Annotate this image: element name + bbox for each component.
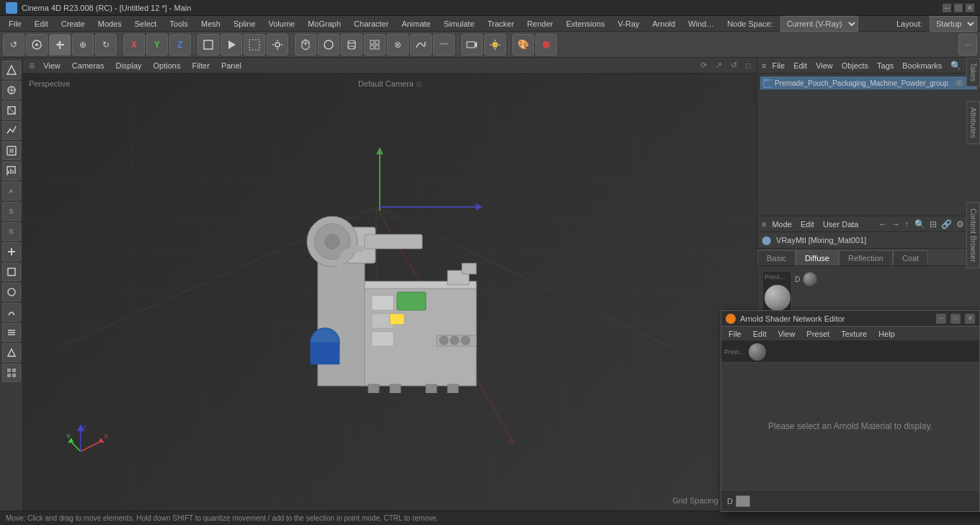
attr-search-icon[interactable]: 🔍 bbox=[914, 219, 925, 229]
attributes-tab[interactable]: Attributes bbox=[966, 101, 980, 144]
menu-spline[interactable]: Spline bbox=[228, 18, 262, 30]
left-tool-1[interactable] bbox=[2, 61, 21, 79]
arnold-texture[interactable]: Texture bbox=[837, 328, 871, 340]
left-tool-6[interactable] bbox=[2, 162, 21, 180]
om-search-icon[interactable]: 🔍 bbox=[950, 61, 961, 71]
render-region-btn[interactable] bbox=[244, 34, 265, 56]
object-mode-btn[interactable] bbox=[197, 34, 219, 56]
om-file[interactable]: File bbox=[769, 60, 788, 71]
attr-menu-icon[interactable]: ≡ bbox=[762, 220, 766, 229]
close-button[interactable]: ✕ bbox=[966, 4, 974, 12]
menu-file[interactable]: File bbox=[3, 18, 27, 30]
attr-link-icon[interactable]: 🔗 bbox=[941, 219, 952, 229]
viewport-control-1[interactable]: ⟳ bbox=[700, 61, 707, 70]
attr-user-data[interactable]: User Data bbox=[820, 219, 862, 230]
rotate-tool[interactable]: ↻ bbox=[95, 34, 117, 56]
arnold-file[interactable]: File bbox=[724, 328, 746, 340]
left-tool-9[interactable]: S bbox=[2, 222, 21, 241]
attr-tab-diffuse[interactable]: Diffuse bbox=[796, 250, 839, 265]
light-btn[interactable] bbox=[484, 34, 506, 56]
menu-tools[interactable]: Tools bbox=[164, 18, 194, 30]
x-axis-btn[interactable]: X bbox=[123, 34, 145, 56]
arnold-help[interactable]: Help bbox=[874, 328, 899, 340]
viewport-menu-icon[interactable]: ≡ bbox=[29, 60, 35, 71]
attr-mode[interactable]: Mode bbox=[769, 219, 795, 230]
cube-btn[interactable] bbox=[295, 34, 316, 56]
diffuse-color-swatch[interactable] bbox=[803, 272, 817, 286]
left-tool-15[interactable] bbox=[2, 343, 21, 362]
menu-modes[interactable]: Modes bbox=[92, 18, 128, 30]
camera-btn[interactable] bbox=[461, 34, 483, 56]
viewport-display[interactable]: Display bbox=[112, 60, 144, 71]
viewport-cameras[interactable]: Cameras bbox=[69, 60, 107, 71]
menu-render[interactable]: Render bbox=[521, 18, 558, 30]
om-menu-icon[interactable]: ≡ bbox=[762, 61, 766, 70]
arnold-view[interactable]: View bbox=[774, 328, 800, 340]
left-tool-7[interactable]: A bbox=[2, 182, 21, 200]
left-tool-12[interactable] bbox=[2, 283, 21, 301]
undo-button[interactable]: ↺ bbox=[3, 34, 24, 56]
attr-options-icon[interactable]: ⚙ bbox=[956, 219, 964, 229]
attr-up-btn[interactable]: ↑ bbox=[904, 219, 909, 229]
redo-button[interactable] bbox=[26, 34, 48, 56]
left-tool-16[interactable] bbox=[2, 363, 21, 382]
attr-tab-reflection[interactable]: Reflection bbox=[839, 250, 893, 265]
arnold-diffuse-swatch[interactable] bbox=[736, 495, 750, 507]
maximize-button[interactable]: □ bbox=[954, 4, 963, 12]
arnold-preset[interactable]: Preset bbox=[802, 328, 834, 340]
left-tool-5[interactable] bbox=[2, 141, 21, 160]
menu-mesh[interactable]: Mesh bbox=[195, 18, 226, 30]
viewport-control-3[interactable]: ↺ bbox=[731, 61, 737, 70]
palette-btn[interactable]: 🎨 bbox=[512, 34, 534, 56]
attr-tab-coat[interactable]: Coat bbox=[893, 250, 928, 265]
cylinder-btn[interactable] bbox=[341, 34, 362, 56]
menu-arnold[interactable]: Arnold bbox=[646, 18, 681, 30]
attr-fwd-btn[interactable]: → bbox=[891, 219, 900, 229]
arnold-minimize-btn[interactable]: ─ bbox=[936, 314, 946, 324]
menu-simulate[interactable]: Simulate bbox=[438, 18, 481, 30]
attr-edit[interactable]: Edit bbox=[798, 219, 817, 230]
om-view[interactable]: View bbox=[813, 60, 836, 71]
left-tool-14[interactable] bbox=[2, 323, 21, 342]
move-tool[interactable] bbox=[49, 34, 71, 56]
menu-wind[interactable]: Wind… bbox=[682, 18, 720, 30]
spline-btn[interactable] bbox=[410, 34, 432, 56]
object-row[interactable]: Premade_Pouch_Packaging_Machine_Powder_g… bbox=[760, 76, 977, 89]
viewport-view[interactable]: View bbox=[40, 60, 63, 71]
menu-select[interactable]: Select bbox=[129, 18, 163, 30]
menu-animate[interactable]: Animate bbox=[396, 18, 436, 30]
om-bookmarks[interactable]: Bookmarks bbox=[899, 60, 945, 71]
om-tags[interactable]: Tags bbox=[874, 60, 896, 71]
menu-volume[interactable]: Volume bbox=[263, 18, 301, 30]
window-controls[interactable]: ─ □ ✕ bbox=[943, 4, 974, 12]
viewport-control-4[interactable]: □ bbox=[746, 61, 751, 70]
takes-tab[interactable]: Takes bbox=[966, 58, 980, 87]
viewport-control-2[interactable]: ↗ bbox=[716, 61, 722, 70]
left-tool-2[interactable] bbox=[2, 81, 21, 100]
menu-vray[interactable]: V-Ray bbox=[612, 18, 645, 30]
menu-mograph[interactable]: MoGraph bbox=[302, 18, 347, 30]
arnold-close-btn[interactable]: ✕ bbox=[965, 314, 975, 324]
boole-btn[interactable]: ⊗ bbox=[387, 34, 409, 56]
viewport-panel[interactable]: Panel bbox=[218, 60, 244, 71]
content-browser-tab[interactable]: Content Browser bbox=[966, 202, 980, 268]
sphere-btn[interactable] bbox=[318, 34, 339, 56]
minimize-button[interactable]: ─ bbox=[943, 4, 951, 12]
menu-extensions[interactable]: Extensions bbox=[560, 18, 610, 30]
layout-dropdown[interactable]: Startup bbox=[930, 16, 977, 32]
om-objects[interactable]: Objects bbox=[839, 60, 871, 71]
viewport-options[interactable]: Options bbox=[151, 60, 184, 71]
scale-tool[interactable]: ⊕ bbox=[72, 34, 94, 56]
viewport-canvas[interactable]: X Y Z Perspective Default Camera ⊙ Grid … bbox=[23, 74, 757, 511]
visibility-icon[interactable] bbox=[954, 78, 963, 88]
extra-btn-1[interactable]: ··· bbox=[958, 34, 977, 56]
deformer-btn[interactable]: 〰 bbox=[433, 34, 455, 56]
viewport-filter[interactable]: Filter bbox=[189, 60, 212, 71]
attr-tab-basic[interactable]: Basic bbox=[757, 250, 796, 265]
arnold-edit[interactable]: Edit bbox=[749, 328, 771, 340]
attr-back-btn[interactable]: ← bbox=[878, 219, 887, 229]
menu-edit[interactable]: Edit bbox=[29, 18, 54, 30]
left-tool-3[interactable] bbox=[2, 101, 21, 120]
y-axis-btn[interactable]: Y bbox=[146, 34, 168, 56]
record-btn[interactable] bbox=[535, 34, 557, 56]
